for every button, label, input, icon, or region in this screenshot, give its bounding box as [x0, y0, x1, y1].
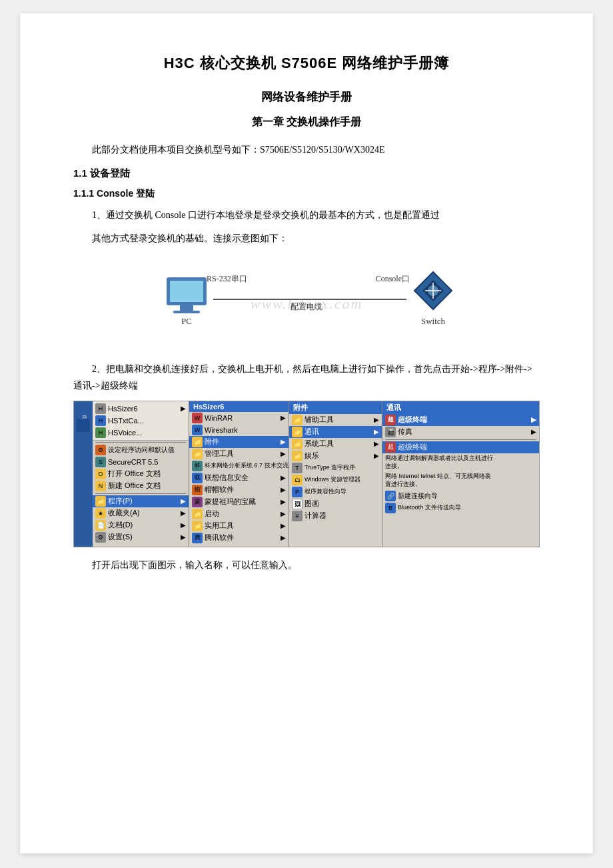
prog-lenovo[interactable]: 联 联想信息安全 ▶ — [189, 472, 289, 484]
icon-wireshark: W — [192, 425, 203, 435]
menu-item-settings[interactable]: ⚙ 设置(S) ▶ — [93, 531, 189, 543]
acc-entertainment[interactable]: 📁 娱乐 ▶ — [289, 450, 382, 462]
menu-item-hsvoice: H HSVoice... — [93, 427, 189, 439]
intro-text: 此部分文档使用本项目交换机型号如下：S7506E/S5120/S5130/WX3… — [73, 141, 540, 158]
icon-hsvoice: H — [95, 427, 106, 438]
pc-icon: PC — [160, 277, 213, 327]
icon-hstxtca: H — [95, 415, 106, 426]
icon-tencent: 腾 — [192, 533, 203, 543]
document-page: H3C 核心交换机 S7506E 网络维护手册簿 网络设备维护手册 第一章 交换… — [20, 13, 593, 853]
prog-haomao[interactable]: 帽 帽帽软件 ▶ — [189, 484, 289, 496]
acc-system[interactable]: 📁 系统工具 ▶ — [289, 438, 382, 450]
diagram-inner: www.bdocx.com RS-232串口 Console口 PC 配置电缆 — [140, 264, 473, 344]
icon-lenovo: 联 — [192, 473, 203, 483]
col4-sep — [385, 439, 536, 440]
comm-hyperterminal-item[interactable]: 超 超级终端 — [382, 441, 539, 453]
col3-header: 附件 — [289, 401, 382, 414]
menu-item-newoffice: N 新建 Office 文档 — [93, 480, 189, 492]
icon-accessories: 📁 — [192, 437, 203, 447]
para1-continuation: 其他方式登录交换机的基础。连接示意图如下： — [73, 230, 540, 247]
acc-comms[interactable]: 📁 通讯 ▶ — [289, 426, 382, 438]
icon-programs: 📁 — [95, 496, 106, 507]
taskbar-btn-2 — [77, 419, 90, 432]
menu-item-hssizer: H HsSizer6 ▶ — [93, 403, 189, 415]
icon-auxiliary: 📁 — [292, 415, 303, 425]
comm-new-connect[interactable]: 🔗 新建连接向导 — [382, 490, 539, 502]
prog-winrar[interactable]: W WinRAR ▶ — [189, 412, 289, 424]
menu-item-openoffice: O 打开 Office 文档 — [93, 468, 189, 480]
menu-item-favorites[interactable]: ★ 收藏夹(A) ▶ — [93, 507, 189, 519]
icon-startup: 📁 — [192, 509, 203, 519]
icon-newoffice: N — [95, 481, 106, 491]
programs-submenu: HsSizer6 W WinRAR ▶ W Wireshark 📁 附件 ▶ — [189, 401, 289, 547]
icon-calc: # — [292, 511, 303, 521]
taskbar-btn-1: 目 — [77, 405, 90, 417]
icon-new-connect: 🔗 — [385, 491, 396, 501]
col4-header: 通讯 — [382, 401, 539, 414]
separator2 — [95, 493, 186, 494]
menu-item-securecrt: S SecureCRT 5.5 — [93, 456, 189, 468]
comm-modem-desc: 网络通过调制解调器或者比以及主机进行连接。 — [382, 453, 496, 471]
separator1 — [95, 442, 186, 443]
prog-montezuma[interactable]: 蒙 蒙提祖玛的宝藏 ▶ — [189, 496, 289, 508]
windows-menu-screenshot: 目 H HsSizer6 ▶ H HSTxtCa... — [73, 401, 540, 547]
icon-fax: 📠 — [385, 427, 396, 437]
icon-paint: 🖼 — [292, 499, 303, 509]
prog-accessories[interactable]: 📁 附件 ▶ — [189, 436, 289, 448]
prog-wireshark[interactable]: W Wireshark — [189, 424, 289, 436]
col2-header: HsSizer6 — [189, 401, 289, 412]
icon-capsa: 科 — [192, 461, 203, 471]
icon-openoffice: O — [95, 469, 106, 479]
main-title: H3C 核心交换机 S7506E 网络维护手册簿 — [73, 53, 540, 73]
acc-paint[interactable]: 🖼 图画 — [289, 498, 382, 510]
acc-calc[interactable]: # 计算器 — [289, 510, 382, 522]
icon-hyper1: 超 — [385, 415, 396, 425]
accessories-submenu: 附件 📁 辅助工具 ▶ 📁 通讯 ▶ 📁 系统工具 ▶ 📁 — [289, 401, 382, 547]
comm-bluetooth[interactable]: B Bluetooth 文件传送向导 — [382, 502, 539, 514]
comm-fax[interactable]: 📠 传真 ▶ — [382, 426, 539, 438]
acc-auxiliary[interactable]: 📁 辅助工具 ▶ — [289, 414, 382, 426]
icon-hyper2: 超 — [385, 442, 396, 453]
section-1-1-heading: 1.1 设备登陆 — [73, 167, 540, 180]
icon-comms: 📁 — [292, 427, 303, 437]
menu-item-setdefault: ⚙ 设定程序访问和默认值 — [93, 444, 189, 456]
section-1-1-1-heading: 1.1.1 Console 登陆 — [73, 188, 540, 200]
icon-documents: 📄 — [95, 520, 106, 531]
icon-entertainment: 📁 — [292, 451, 303, 461]
icon-explorer: 🗂 — [292, 475, 303, 485]
switch-label: Switch — [406, 316, 460, 327]
prog-capsa[interactable]: 科 科来网络分析系统 6.7 技术交流版 ▶ — [189, 460, 289, 472]
prog-startup[interactable]: 📁 启动 ▶ — [189, 508, 289, 520]
sub-title: 网络设备维护手册 — [73, 89, 540, 105]
prog-utils[interactable]: 📁 实用工具 ▶ — [189, 520, 289, 532]
menu-item-hstxtca: H HSTxtCa... — [93, 415, 189, 427]
pc-body — [167, 277, 207, 305]
switch-icon: Switch — [406, 271, 460, 327]
icon-settings: ⚙ — [95, 532, 106, 543]
cable-line — [213, 299, 406, 300]
acc-explorer[interactable]: 🗂 Windows 资源管理器 — [289, 474, 382, 486]
icon-truetype: T — [292, 463, 303, 473]
icon-winrar: W — [192, 413, 203, 423]
icon-favorites: ★ — [95, 508, 106, 519]
icon-system: 📁 — [292, 439, 303, 449]
icon-haomao: 帽 — [192, 485, 203, 495]
para1-text: 1、通过交换机 Console 口进行本地登录是登录交换机的最基本的方式，也是配… — [73, 207, 540, 223]
taskbar-left: 目 — [74, 401, 93, 547]
acc-truetype[interactable]: T TrueType 造字程序 — [289, 462, 382, 474]
prog-mgmt[interactable]: 📁 管理工具 ▶ — [189, 448, 289, 460]
menu-item-documents[interactable]: 📄 文档(D) ▶ — [93, 519, 189, 531]
acc-compat[interactable]: P 程序兼容性向导 — [289, 486, 382, 498]
start-menu-col1: H HsSizer6 ▶ H HSTxtCa... H HSVoice... — [93, 401, 189, 547]
menu-item-programs[interactable]: 📁 程序(P) ▶ — [93, 495, 189, 507]
comm-inet-desc: 网络 Internet telnet 站点、可无线网络装置进行连接。 — [382, 471, 496, 489]
prog-tencent[interactable]: 腾 腾讯软件 ▶ — [189, 532, 289, 544]
icon-utils: 📁 — [192, 521, 203, 531]
comm-hyperterminal-heading[interactable]: 超 超级终端 ▶ — [382, 414, 539, 426]
switch-svg — [413, 271, 453, 311]
para3-text: 打开后出现下面图示，输入名称，可以任意输入。 — [73, 557, 540, 573]
network-diagram: www.bdocx.com RS-232串口 Console口 PC 配置电缆 — [73, 261, 540, 347]
icon-bluetooth: B — [385, 503, 396, 513]
chapter-title: 第一章 交换机操作手册 — [73, 115, 540, 129]
pc-base — [173, 311, 200, 313]
